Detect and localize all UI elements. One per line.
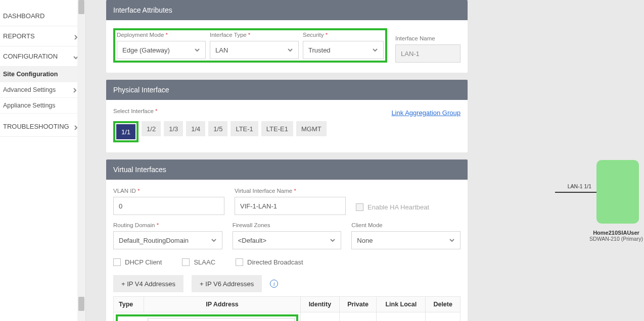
port-lte-e1[interactable]: LTE-E1 (261, 121, 293, 136)
subnav-site-configuration[interactable]: Site Configuration (0, 67, 85, 82)
add-ipv4-button[interactable]: + IP V4 Addresses (113, 275, 183, 292)
th-ip: IP Address (144, 297, 301, 312)
nav-dashboard[interactable]: DASHBOARD (0, 6, 85, 26)
panel-header-physical: Physical Interface (106, 80, 468, 100)
subnav-label: Site Configuration (3, 71, 58, 78)
select-interface-type[interactable]: LAN (210, 41, 299, 59)
input-value: LAN-1 (401, 50, 420, 58)
select-value: Default_RoutingDomain (119, 237, 189, 244)
checkbox-dhcp-client[interactable]: DHCP Client (113, 258, 162, 266)
port-selector: 1/1 1/2 1/3 1/4 1/5 LTE-1 LTE-E1 MGMT (113, 121, 461, 142)
scroll-thumb-top[interactable] (78, 0, 84, 14)
topology-edge-label: LAN-1 1/1 (568, 183, 591, 189)
chevron-down-icon (211, 237, 217, 243)
nav-reports[interactable]: REPORTS (0, 26, 85, 46)
checkbox-icon (236, 258, 243, 266)
input-ip-address[interactable]: 192.168.9.118/24 (148, 318, 295, 321)
select-value: <Default> (238, 237, 266, 244)
highlight-port: 1/1 (113, 121, 139, 142)
ip-address-table: Type IP Address Identity Private Link Lo… (113, 296, 461, 321)
topology-node-label: Home210SIAUser SDWAN-210 (Primary) (588, 230, 644, 242)
label-vlan-id: VLAN ID (113, 188, 224, 194)
chevron-right-icon (72, 87, 77, 92)
port-1-4[interactable]: 1/4 (186, 121, 205, 136)
topology-node[interactable] (596, 160, 639, 224)
port-1-2[interactable]: 1/2 (142, 121, 161, 136)
nav-label: REPORTS (3, 32, 35, 40)
input-interface-name: LAN-1 (395, 44, 461, 63)
sidebar-scrollbar[interactable] (77, 0, 85, 321)
input-vif-name[interactable]: VIF-1-LAN-1 (235, 197, 346, 215)
label-interface-name: Interface Name (395, 35, 461, 41)
checkbox-slaac[interactable]: SLAAC (182, 258, 215, 266)
node-subtitle: SDWAN-210 (Primary) (588, 236, 644, 242)
select-routing-domain[interactable]: Default_RoutingDomain (113, 231, 222, 249)
cell-linklocal: N/A (377, 312, 426, 322)
port-1-1[interactable]: 1/1 (116, 124, 135, 139)
label-interface-type: Interface Type (210, 32, 299, 38)
checkbox-label: Enable HA Heartbeat (367, 203, 429, 211)
input-vlan-id[interactable]: 0 (113, 197, 224, 215)
select-value: LAN (215, 46, 228, 54)
input-value: VIF-1-LAN-1 (240, 202, 277, 210)
panel-header-attributes: Interface Attributes (106, 0, 468, 20)
select-value: Edge (Gateway) (122, 46, 170, 54)
th-delete: Delete (426, 297, 461, 312)
chevron-down-icon (287, 47, 293, 53)
panel-header-virtual: Virtual Interfaces (106, 159, 468, 180)
port-1-5[interactable]: 1/5 (208, 121, 227, 136)
label-client-mode: Client Mode (351, 222, 461, 228)
label-deployment-mode: Deployment Mode (117, 32, 206, 38)
highlight-ip-row: IPv4 192.168.9.118/24 (116, 314, 298, 321)
th-linklocal: Link Local (377, 297, 426, 312)
checkbox-directed-broadcast[interactable]: Directed Broadcast (236, 258, 303, 266)
select-value: Trusted (308, 46, 331, 54)
form-area: Interface Attributes Deployment Mode Edg… (86, 0, 478, 321)
select-client-mode[interactable]: None (351, 231, 461, 249)
port-1-3[interactable]: 1/3 (164, 121, 183, 136)
select-security[interactable]: Trusted (303, 41, 384, 59)
subnav-label: Appliance Settings (3, 102, 56, 109)
table-row: IPv4 192.168.9.118/24 N/A (114, 312, 461, 322)
scroll-thumb-bottom[interactable] (78, 297, 84, 311)
nav-troubleshooting[interactable]: TROUBLESHOOTING (0, 117, 85, 137)
checkbox-ha-heartbeat: Enable HA Heartbeat (356, 203, 429, 211)
highlight-attributes: Deployment Mode Edge (Gateway) Interface… (113, 28, 387, 63)
chevron-down-icon (330, 237, 336, 243)
label-routing-domain: Routing Domain (113, 222, 222, 228)
label-select-interface: Select Interface (113, 108, 158, 114)
topology-edge (555, 192, 596, 193)
label-vif-name: Virtual Interface Name (235, 188, 346, 194)
topology-pane: LAN-1 1/1 Home210SIAUser SDWAN-210 (Prim… (478, 0, 644, 321)
nav-label: TROUBLESHOOTING (3, 123, 69, 130)
chevron-down-icon (372, 47, 378, 53)
select-deployment-mode[interactable]: Edge (Gateway) (117, 41, 206, 59)
port-mgmt[interactable]: MGMT (296, 121, 327, 136)
port-lte-1[interactable]: LTE-1 (231, 121, 258, 136)
checkbox-icon (113, 258, 121, 266)
th-identity: Identity (301, 297, 340, 312)
th-private: Private (339, 297, 377, 312)
nav-configuration[interactable]: CONFIGURATION (0, 46, 85, 67)
nav-label: DASHBOARD (3, 12, 44, 20)
subnav-appliance-settings[interactable]: Appliance Settings (0, 98, 85, 114)
add-ipv6-button[interactable]: + IP V6 Addresses (192, 275, 262, 292)
label-firewall-zones: Firewall Zones (233, 222, 342, 228)
select-value: None (357, 237, 373, 244)
node-name: Home210SIAUser (588, 230, 644, 236)
chevron-down-icon (194, 47, 200, 53)
subnav-advanced-settings[interactable]: Advanced Settings (0, 82, 85, 98)
info-icon[interactable]: i (270, 280, 278, 288)
checkbox-icon (182, 258, 190, 266)
link-aggregation-group[interactable]: Link Aggregation Group (391, 109, 461, 117)
sidebar: DASHBOARD REPORTS CONFIGURATION Site Con… (0, 0, 86, 321)
checkbox-label: Directed Broadcast (247, 258, 303, 266)
subnav-label: Advanced Settings (3, 86, 56, 93)
label-security: Security (303, 32, 384, 38)
select-firewall-zones[interactable]: <Default> (233, 231, 342, 249)
checkbox-label: SLAAC (194, 258, 215, 266)
nav-label: CONFIGURATION (3, 52, 58, 60)
input-value: 0 (119, 202, 122, 210)
checkbox-label: DHCP Client (125, 258, 162, 266)
chevron-down-icon (449, 237, 455, 243)
